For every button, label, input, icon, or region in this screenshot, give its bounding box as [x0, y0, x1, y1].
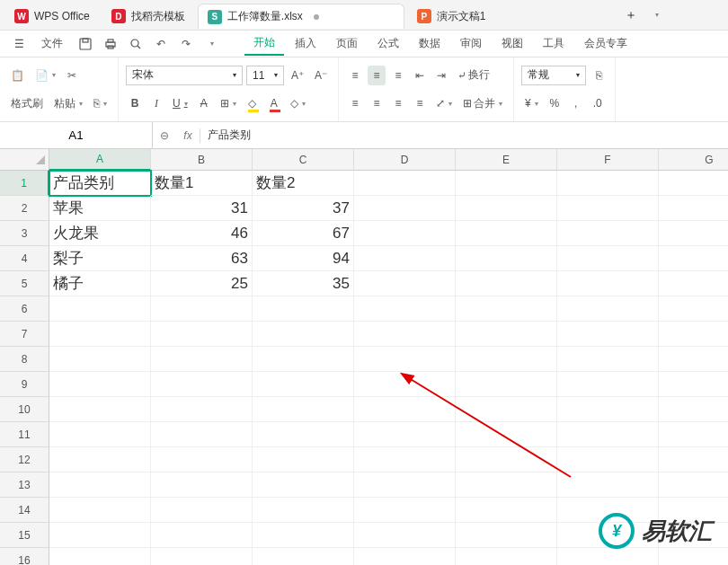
cell[interactable]: 数量1: [151, 171, 253, 196]
row-header[interactable]: 9: [0, 372, 49, 397]
align-top-icon[interactable]: ≡: [346, 66, 364, 85]
cell[interactable]: [659, 271, 728, 296]
cell[interactable]: [456, 498, 557, 523]
redo-icon[interactable]: ↷: [174, 34, 198, 54]
cell[interactable]: [253, 422, 354, 447]
cell[interactable]: [49, 447, 151, 472]
more-formats-icon[interactable]: ⎘: [590, 66, 608, 85]
cell[interactable]: [659, 296, 728, 322]
cell[interactable]: 46: [151, 221, 253, 246]
cell[interactable]: [456, 271, 557, 296]
percent-button[interactable]: %: [546, 93, 564, 113]
cell[interactable]: [456, 221, 557, 246]
cell[interactable]: [557, 271, 659, 296]
cell[interactable]: [151, 372, 253, 397]
cell[interactable]: [456, 447, 557, 472]
cell[interactable]: [659, 447, 728, 472]
print-icon[interactable]: [99, 34, 122, 54]
cell[interactable]: [354, 523, 456, 548]
cell[interactable]: [354, 447, 456, 472]
cell[interactable]: [557, 397, 659, 422]
align-middle-icon[interactable]: ≡: [368, 66, 386, 85]
justify-icon[interactable]: ≡: [411, 93, 429, 113]
clear-format-button[interactable]: ◇: [287, 93, 309, 113]
align-left-icon[interactable]: ≡: [346, 93, 364, 113]
cell[interactable]: [659, 221, 728, 246]
cell[interactable]: [49, 472, 151, 498]
cell[interactable]: 橘子: [49, 271, 151, 296]
column-header[interactable]: G: [659, 149, 728, 171]
row-header[interactable]: 6: [0, 296, 49, 322]
cell[interactable]: 63: [151, 246, 253, 271]
name-box[interactable]: [0, 122, 153, 148]
cell[interactable]: [456, 472, 557, 498]
menu-insert[interactable]: 插入: [286, 32, 325, 55]
menu-start[interactable]: 开始: [244, 31, 284, 56]
formula-bar[interactable]: 产品类别: [200, 128, 728, 143]
cell[interactable]: [151, 397, 253, 422]
cell[interactable]: [151, 296, 253, 322]
cell[interactable]: [354, 322, 456, 347]
cell[interactable]: [659, 372, 728, 397]
decimal-decrease-icon[interactable]: .0: [589, 93, 607, 113]
cell[interactable]: 35: [253, 271, 354, 296]
row-header[interactable]: 1: [0, 171, 49, 196]
cell[interactable]: [49, 548, 151, 565]
menu-view[interactable]: 视图: [493, 32, 532, 55]
cell[interactable]: [659, 171, 728, 196]
cell[interactable]: [151, 548, 253, 565]
cell[interactable]: [557, 196, 659, 221]
row-header[interactable]: 3: [0, 221, 49, 246]
number-format-select[interactable]: 常规▾: [521, 66, 586, 85]
tab-wps-home[interactable]: W WPS Office: [5, 4, 99, 29]
cell[interactable]: [253, 347, 354, 372]
cell[interactable]: [557, 447, 659, 472]
row-header[interactable]: 2: [0, 196, 49, 221]
cell[interactable]: [659, 347, 728, 372]
cell[interactable]: [151, 447, 253, 472]
fill-color-button[interactable]: ◇: [244, 93, 262, 113]
comma-style-icon[interactable]: ,: [567, 93, 585, 113]
font-name-select[interactable]: 宋体▾: [126, 66, 243, 85]
cell[interactable]: [253, 397, 354, 422]
orientation-icon[interactable]: ⤢: [432, 93, 456, 113]
column-header[interactable]: A: [49, 149, 151, 171]
cell[interactable]: [354, 196, 456, 221]
name-box-input[interactable]: [27, 128, 126, 142]
row-header[interactable]: 7: [0, 322, 49, 347]
cell[interactable]: [151, 347, 253, 372]
underline-button[interactable]: U: [169, 93, 191, 113]
menu-member[interactable]: 会员专享: [575, 32, 636, 55]
tab-workbook[interactable]: S 工作簿数量.xlsx: [198, 4, 404, 29]
cell[interactable]: [456, 171, 557, 196]
cell[interactable]: 37: [253, 196, 354, 221]
cell[interactable]: [557, 171, 659, 196]
cell[interactable]: [659, 397, 728, 422]
row-header[interactable]: 4: [0, 246, 49, 271]
cell[interactable]: [49, 347, 151, 372]
file-menu[interactable]: 文件: [32, 32, 72, 55]
border-button[interactable]: ⊞: [217, 93, 240, 113]
undo-icon[interactable]: ↶: [149, 34, 173, 54]
italic-button[interactable]: I: [147, 93, 165, 113]
paste-icon[interactable]: 📄: [31, 66, 59, 85]
wrap-text-button[interactable]: ⤶换行: [454, 66, 493, 85]
cell[interactable]: [557, 347, 659, 372]
cell[interactable]: [354, 422, 456, 447]
fx-icon[interactable]: fx: [176, 129, 200, 142]
new-tab-button[interactable]: ＋: [620, 4, 642, 26]
select-all-corner[interactable]: [0, 149, 49, 171]
font-color-button[interactable]: A: [265, 93, 283, 113]
font-decrease-icon[interactable]: A⁻: [311, 66, 331, 85]
cell[interactable]: [354, 347, 456, 372]
column-header[interactable]: B: [151, 149, 253, 171]
menu-page[interactable]: 页面: [327, 32, 367, 55]
row-header[interactable]: 16: [0, 548, 49, 565]
currency-button[interactable]: ¥: [521, 93, 542, 113]
tab-menu-button[interactable]: [645, 4, 667, 26]
cell[interactable]: [659, 472, 728, 498]
cut-icon[interactable]: ✂: [63, 66, 81, 85]
cell[interactable]: 产品类别: [49, 171, 151, 196]
row-header[interactable]: 11: [0, 422, 49, 447]
align-bottom-icon[interactable]: ≡: [389, 66, 407, 85]
